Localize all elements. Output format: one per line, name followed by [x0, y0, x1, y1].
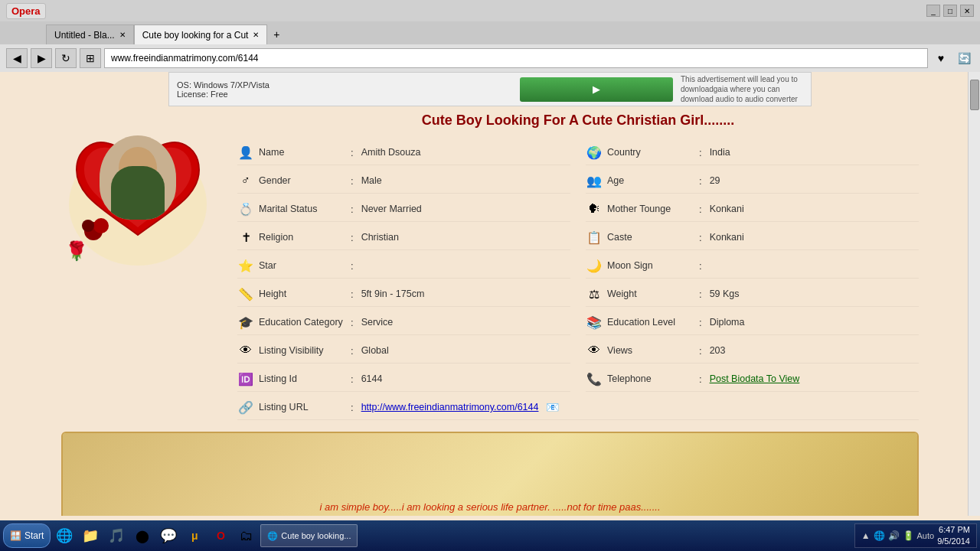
edu-category-value: Service [361, 317, 394, 328]
caste-label: Caste [607, 232, 691, 243]
height-icon: 📏 [237, 285, 254, 302]
system-tray: ▲ 🌐 🔊 🔋 Auto 6:47 PM 9/5/2014 [854, 523, 977, 548]
taskbar-skype-icon[interactable]: 💬 [156, 523, 181, 548]
bookmark-button[interactable]: ♥ [931, 48, 951, 68]
minimize-button[interactable]: _ [926, 5, 940, 17]
taskbar-opera-icon[interactable]: O [208, 523, 233, 548]
mother-tongue-label: Mother Tounge [607, 204, 691, 214]
tab-2-close[interactable]: ✕ [253, 31, 259, 39]
browser-chrome: Opera _ □ ✕ Untitled - Bla... ✕ Cute boy… [0, 0, 980, 72]
age-value: 29 [710, 175, 720, 186]
info-row-visibility: 👁 Listing Visibility : Global [237, 338, 570, 364]
refresh-button[interactable]: ↻ [55, 48, 77, 68]
listing-url-icon: 🔗 [237, 399, 254, 416]
tab-2[interactable]: Cute boy looking for a Cut ✕ [134, 24, 268, 44]
gender-value: Male [361, 175, 382, 186]
info-row-telephone: 📞 Telephone : Post Biodata To View [586, 367, 919, 392]
scrollbar[interactable] [968, 72, 980, 516]
country-label: Country [607, 147, 691, 158]
profile-title: Cute Boy Looking For A Cute Christian Gi… [237, 112, 919, 129]
tab-1[interactable]: Untitled - Bla... ✕ [46, 24, 134, 44]
age-label: Age [607, 175, 691, 186]
taskbar-chrome-icon[interactable]: ⬤ [130, 523, 155, 548]
country-icon: 🌍 [586, 144, 603, 161]
height-value: 5ft 9in - 175cm [361, 289, 425, 299]
tray-notification-icon[interactable]: ▲ [861, 530, 871, 541]
telephone-label: Telephone [607, 373, 691, 384]
info-row-listing-url: 🔗 Listing URL : http://www.freeindianmat… [237, 395, 919, 420]
tab-1-close[interactable]: ✕ [119, 31, 126, 39]
info-row-views: 👁 Views : 203 [586, 338, 919, 364]
views-value: 203 [710, 345, 726, 356]
edu-category-icon: 🎓 [237, 314, 254, 331]
start-label: Start [24, 530, 44, 541]
info-row-country: 🌍 Country : India [586, 140, 919, 165]
info-row-marital: 💍 Marital Status : Never Married [237, 197, 570, 222]
taskbar-utorrent-icon[interactable]: μ [182, 523, 207, 548]
address-bar[interactable]: www.freeindianmatrimony.com/6144 [104, 48, 928, 68]
info-row-gender: ♂ Gender : Male [237, 168, 570, 194]
mother-tongue-value: Konkani [710, 204, 744, 214]
info-row-weight: ⚖ Weight : 59 Kgs [586, 282, 919, 307]
gender-icon: ♂ [237, 172, 254, 189]
close-button[interactable]: ✕ [960, 5, 974, 17]
religion-value: Christian [361, 232, 399, 243]
visibility-value: Global [361, 345, 389, 356]
taskbar-ie-icon[interactable]: 🌐 [52, 523, 77, 548]
taskbar-media-icon[interactable]: 🎵 [104, 523, 129, 548]
svg-point-3 [82, 220, 94, 232]
caste-icon: 📋 [586, 229, 603, 246]
tray-date-text: 9/5/2014 [937, 536, 970, 547]
grid-view-button[interactable]: ⊞ [80, 48, 101, 68]
weight-icon: ⚖ [586, 285, 603, 302]
height-label: Height [259, 289, 343, 299]
edu-level-icon: 📚 [586, 314, 603, 331]
info-row-moon-sign: 🌙 Moon Sign : [586, 253, 919, 279]
tray-sound-icon[interactable]: 🔊 [888, 530, 900, 541]
visibility-label: Listing Visibility [259, 345, 343, 356]
info-row-age: 👥 Age : 29 [586, 168, 919, 194]
moon-sign-label: Moon Sign [607, 260, 691, 271]
ad-banner: OS: Windows 7/XP/Vista License: Free ▶ T… [168, 72, 812, 106]
edu-level-label: Education Level [607, 317, 691, 328]
info-row-height: 📏 Height : 5ft 9in - 175cm [237, 282, 570, 307]
telephone-value[interactable]: Post Biodata To View [710, 373, 800, 384]
svg-point-2 [93, 218, 109, 233]
tray-language[interactable]: Auto [917, 531, 935, 540]
info-row-edu-level: 📚 Education Level : Diploma [586, 310, 919, 335]
maximize-button[interactable]: □ [943, 5, 957, 17]
forward-button[interactable]: ▶ [31, 48, 52, 68]
new-tab-button[interactable]: + [267, 24, 286, 44]
religion-icon: ✝ [237, 229, 254, 246]
ad-notice: This advertisement will lead you to down… [681, 74, 803, 104]
scrollbar-thumb[interactable] [970, 80, 979, 110]
avatar-body [111, 166, 165, 220]
marital-value: Never Married [361, 204, 422, 214]
nav-bar: ◀ ▶ ↻ ⊞ www.freeindianmatrimony.com/6144… [0, 44, 980, 72]
listing-url-value[interactable]: http://www.freeindianmatrimony.com/6144 [361, 402, 539, 412]
start-button[interactable]: 🪟 Start [3, 523, 51, 548]
ad-download-button[interactable]: ▶ [520, 77, 673, 102]
info-row-religion: ✝ Religion : Christian [237, 225, 570, 250]
taskbar-files-icon[interactable]: 🗂 [234, 523, 259, 548]
copy-icon[interactable]: 📧 [546, 401, 559, 413]
visibility-icon: 👁 [237, 342, 254, 359]
taskbar-folder-icon[interactable]: 📁 [78, 523, 103, 548]
refresh-icon[interactable]: 🔄 [954, 48, 974, 68]
profile-left: 🌹 [61, 112, 222, 420]
taskbar-active-window[interactable]: 🌐 Cute boy looking... [260, 524, 358, 547]
back-button[interactable]: ◀ [6, 48, 28, 68]
info-row-star: ⭐ Star : [237, 253, 570, 279]
views-label: Views [607, 345, 691, 356]
tray-clock: 6:47 PM 9/5/2014 [937, 524, 970, 548]
religion-label: Religion [259, 232, 343, 243]
tab-bar: Untitled - Bla... ✕ Cute boy looking for… [0, 21, 980, 44]
star-label: Star [259, 260, 343, 271]
opera-logo[interactable]: Opera [6, 3, 46, 19]
taskbar: 🪟 Start 🌐 📁 🎵 ⬤ 💬 μ O 🗂 🌐 Cute boy looki… [0, 520, 980, 551]
profile-section: 🌹 Cute Boy Looking For A Cute Christian … [0, 112, 980, 420]
tray-network-icon[interactable]: 🌐 [874, 530, 885, 541]
name-value: Amith Dsouza [361, 147, 421, 158]
tab-1-label: Untitled - Bla... [54, 30, 115, 41]
tray-power-icon[interactable]: 🔋 [903, 530, 914, 541]
